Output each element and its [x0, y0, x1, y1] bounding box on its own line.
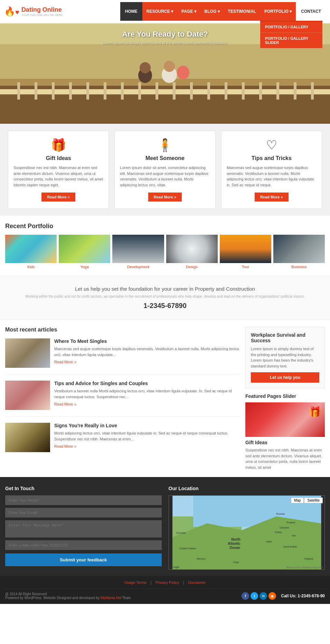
svg-rect-6: [35, 82, 37, 100]
feature-title-gift: Gift Ideas: [13, 155, 103, 161]
svg-text:Turkey: Turkey: [274, 531, 282, 534]
main-nav: HOME RESOURCE ▾ PAGE ▾ BLOG ▾ TESTIMONIA…: [120, 2, 326, 21]
nav-item-home[interactable]: HOME: [120, 2, 142, 21]
portfolio-item-dev[interactable]: Development: [112, 235, 164, 269]
portfolio-thumb-yoga: [59, 235, 110, 263]
article-readmore-3[interactable]: Read More »: [54, 444, 76, 448]
portfolio-item-design[interactable]: Design: [166, 235, 218, 269]
cta-sub: Working within the public and not for pr…: [5, 295, 325, 298]
article-thumb-3: [5, 423, 50, 452]
article-item-1: Where To Meet Singles Maecenas sed augue…: [5, 338, 240, 374]
footer-input-message[interactable]: [5, 520, 162, 538]
article-content-2: Tips and Advice for Singles and Couples …: [54, 381, 240, 410]
footer-input-date[interactable]: [5, 540, 162, 550]
featured-title: Gift Ideas: [245, 440, 325, 445]
feature-title-meet: Meet Someone: [120, 155, 210, 161]
svg-text:United States: United States: [179, 547, 196, 550]
logo-title: Dating Online: [21, 6, 63, 13]
sidebar-widget-1: Workplace Survival and Success Lorem Ips…: [245, 327, 325, 388]
svg-text:Chad: Chad: [233, 561, 239, 563]
footer-link-usage[interactable]: Usage Terms: [124, 580, 147, 585]
footer-submit-btn[interactable]: Submit your feedback: [5, 553, 162, 566]
svg-text:Mexico: Mexico: [197, 557, 206, 560]
map-btn-map[interactable]: Map: [291, 497, 304, 503]
article-title-1: Where To Meet Singles: [54, 338, 240, 344]
social-rss[interactable]: ◉: [268, 592, 276, 600]
widget1-btn[interactable]: Let us help you: [251, 372, 319, 383]
portfolio-thumb-dev: [112, 235, 164, 263]
dropdown-item-gallery[interactable]: Portfolio / Gallery: [260, 21, 322, 33]
social-linkedin[interactable]: in: [260, 592, 267, 600]
svg-text:Poland: Poland: [286, 521, 295, 524]
portfolio-item-business[interactable]: Business: [273, 235, 325, 269]
copyright-text: @ 2014 All Right Reserved: [5, 592, 131, 596]
article-readmore-2[interactable]: Read More »: [54, 402, 76, 406]
footer-input-name[interactable]: [5, 495, 162, 505]
svg-rect-20: [276, 82, 279, 100]
svg-rect-11: [121, 82, 124, 100]
social-facebook[interactable]: f: [242, 592, 249, 600]
heart-icon: ♡: [227, 138, 317, 152]
footer-copy-row: @ 2014 All Right Reserved Powered by Wor…: [5, 592, 325, 600]
social-twitter[interactable]: t: [251, 592, 258, 600]
featured-text: Suspendisse nec est nibh. Maecenas at en…: [245, 447, 325, 470]
footer-social-icons: f t in ◉ Call Us: 1-2345-678-90: [242, 592, 325, 600]
portfolio-label-yoga: Yoga: [59, 265, 110, 269]
svg-text:Ocean: Ocean: [229, 546, 240, 550]
portfolio-label-kids: Kids: [5, 265, 57, 269]
svg-text:Iran: Iran: [292, 534, 296, 537]
portfolio-thumb-kids: [5, 235, 57, 263]
svg-text:Ukraine: Ukraine: [280, 526, 289, 529]
nav-item-resource[interactable]: RESOURCE ▾: [142, 2, 177, 21]
wp-link[interactable]: WpMania.Net: [101, 596, 122, 600]
map-container: North Atlantic Ocean Canada United State…: [169, 495, 325, 570]
portfolio-grid: Kids Yoga Development Design Tour Busine…: [5, 235, 325, 269]
feature-btn-tips[interactable]: Read More »: [255, 193, 288, 202]
footer-link-disclaimer[interactable]: Disclaimer: [188, 580, 206, 585]
footer-copyright: @ 2014 All Right Reserved Powered by Wor…: [5, 592, 131, 600]
nav-item-blog[interactable]: BLOG ▾: [200, 2, 224, 21]
svg-rect-22: [311, 82, 314, 100]
article-readmore-1[interactable]: Read More »: [54, 360, 76, 364]
article-content-1: Where To Meet Singles Maecenas sed augue…: [54, 338, 240, 368]
svg-rect-7: [52, 82, 55, 100]
svg-rect-15: [190, 82, 193, 100]
map-btn-satellite[interactable]: Satellite: [304, 497, 323, 503]
nav-item-contact[interactable]: CONTACT: [296, 2, 326, 21]
widget1-title: Workplace Survival and Success: [251, 332, 319, 343]
svg-text:Canada: Canada: [176, 531, 186, 534]
portfolio-item-tour[interactable]: Tour: [220, 235, 271, 269]
feature-text-meet: Lorem ipsum dolor sit amet, consectetur …: [120, 165, 210, 188]
footer-link-privacy[interactable]: Privacy Policy: [155, 580, 179, 585]
nav-item-page[interactable]: PAGE ▾: [177, 2, 200, 21]
dropdown-item-slider[interactable]: Portfolio / Gallery Slider: [260, 33, 322, 48]
portfolio-thumb-tour: [220, 235, 271, 263]
footer-input-email[interactable]: [5, 508, 162, 517]
footer-map-title: Our Location: [169, 486, 325, 491]
gift-icon: 🎁: [13, 138, 103, 152]
nav-item-testimonial[interactable]: TESTIMONIAL: [224, 2, 260, 21]
feature-btn-gift[interactable]: Read More »: [41, 193, 75, 202]
svg-rect-9: [86, 82, 89, 100]
portfolio-item-kids[interactable]: Kids: [5, 235, 57, 269]
logo: 🔥♥ Dating Online YOUR TAG LINE WILL BE H…: [4, 6, 63, 17]
svg-rect-4: [0, 89, 330, 94]
svg-rect-17: [225, 82, 227, 100]
svg-rect-14: [173, 82, 176, 100]
svg-rect-16: [207, 82, 210, 100]
logo-icon: 🔥♥: [4, 7, 19, 16]
footer-bottom: Usage Terms | Privacy Policy | Disclaime…: [0, 576, 330, 604]
portfolio-item-yoga[interactable]: Yoga: [59, 235, 110, 269]
powered-text: Powered by WordPress. Website Designed a…: [5, 596, 131, 600]
svg-rect-12: [138, 82, 141, 100]
widget2-title: Featured Pages Slider: [245, 393, 325, 399]
svg-text:Thailand: Thailand: [304, 558, 313, 560]
cta-phone: 1-2345-67890: [5, 302, 325, 310]
widget1-text: Lorem Ipsum is simply dummy text of the …: [251, 346, 319, 369]
logo-tagline: YOUR TAG LINE WILL BE HERE.: [21, 13, 63, 17]
svg-rect-10: [104, 82, 106, 100]
feature-btn-meet[interactable]: Read More »: [148, 193, 182, 202]
svg-text:Atlantic: Atlantic: [228, 542, 241, 545]
nav-item-portfolio[interactable]: PORTFOLIO ▾ Portfolio / Gallery Portfoli…: [260, 2, 296, 21]
footer-contact-title: Get In Touch: [5, 486, 162, 491]
